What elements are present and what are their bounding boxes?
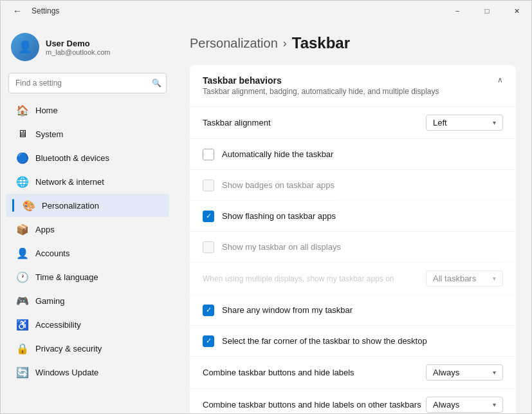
- alignment-dropdown[interactable]: Left ▾: [426, 115, 503, 131]
- share-window-checkbox[interactable]: ✓: [203, 305, 214, 316]
- settings-window: ← Settings − □ ✕ 👤 User Demo m_lab@outlo…: [0, 0, 532, 414]
- alignment-dropdown-value: Left: [433, 118, 447, 127]
- sidebar-item-gaming[interactable]: 🎮 Gaming: [6, 289, 169, 312]
- window-title: Settings: [32, 6, 59, 15]
- apps-icon: 📦: [16, 223, 29, 236]
- chevron-down-icon: ▾: [493, 401, 496, 408]
- active-indicator: [12, 199, 14, 212]
- sidebar-item-system[interactable]: 🖥 System: [6, 122, 169, 146]
- sidebar-item-label: Accounts: [35, 249, 69, 258]
- section-title: Taskbar behaviors: [203, 75, 439, 86]
- gaming-icon: 🎮: [16, 294, 29, 307]
- breadcrumb-separator: ›: [283, 37, 287, 50]
- breadcrumb: Personalization › Taskbar: [190, 34, 516, 52]
- main-content: 👤 User Demo m_lab@outlook.com 🔍 🏠 Home: [1, 21, 531, 413]
- content-area: Personalization › Taskbar Taskbar behavi…: [174, 21, 531, 413]
- all-displays-checkbox[interactable]: [203, 241, 214, 253]
- personalization-icon: 🎨: [23, 199, 35, 212]
- window-controls: − □ ✕: [443, 1, 531, 21]
- setting-left: Show badges on taskbar apps: [203, 180, 335, 191]
- combine-other-dropdown[interactable]: Always ▾: [426, 397, 503, 413]
- accounts-icon: 👤: [16, 247, 29, 259]
- user-section: 👤 User Demo m_lab@outlook.com: [1, 26, 174, 68]
- search-input[interactable]: [8, 73, 167, 93]
- close-button[interactable]: ✕: [502, 1, 531, 21]
- nav-list: 🏠 Home 🖥 System 🔵 Bluetooth & devices 🌐 …: [1, 99, 174, 384]
- setting-label-all-displays: Show my taskbar on all displays: [222, 242, 341, 252]
- autohide-checkbox[interactable]: [203, 149, 214, 160]
- far-corner-checkbox[interactable]: ✓: [203, 335, 214, 347]
- minimize-button[interactable]: −: [443, 1, 472, 21]
- combine-other-value: Always: [433, 400, 459, 409]
- setting-label-combine-hide: Combine taskbar buttons and hide labels: [203, 368, 354, 377]
- sidebar-item-accounts[interactable]: 👤 Accounts: [6, 241, 169, 265]
- sidebar-item-home[interactable]: 🏠 Home: [6, 99, 169, 122]
- setting-left: ✓ Show flashing on taskbar apps: [203, 211, 336, 222]
- setting-left: ✓ Select the far corner of the taskbar t…: [203, 335, 427, 347]
- multiple-displays-value: All taskbars: [433, 274, 476, 283]
- home-icon: 🏠: [16, 104, 29, 117]
- setting-row-combine-hide: Combine taskbar buttons and hide labels …: [190, 357, 516, 389]
- chevron-down-icon: ▾: [493, 369, 496, 376]
- setting-row-multiple-displays: When using multiple displays, show my ta…: [190, 263, 516, 295]
- user-name: User Demo: [46, 39, 110, 48]
- collapse-button[interactable]: ∧: [497, 75, 503, 84]
- privacy-icon: 🔒: [16, 342, 29, 355]
- sidebar-item-label: Home: [35, 106, 58, 115]
- chevron-down-icon: ▾: [493, 119, 496, 126]
- setting-label-flashing: Show flashing on taskbar apps: [222, 211, 336, 221]
- sidebar-item-label: Network & internet: [35, 177, 104, 187]
- setting-row-badges: Show badges on taskbar apps: [190, 170, 516, 201]
- setting-row-share-window: ✓ Share any window from my taskbar: [190, 295, 516, 326]
- user-email: m_lab@outlook.com: [46, 48, 110, 56]
- sidebar-item-label: Windows Update: [35, 368, 98, 377]
- combine-hide-dropdown[interactable]: Always ▾: [426, 364, 503, 381]
- setting-row-flashing: ✓ Show flashing on taskbar apps: [190, 201, 516, 232]
- sidebar-item-bluetooth[interactable]: 🔵 Bluetooth & devices: [6, 146, 169, 169]
- sidebar-item-label: Accessibility: [35, 320, 81, 330]
- user-info: User Demo m_lab@outlook.com: [46, 39, 110, 56]
- multiple-displays-dropdown[interactable]: All taskbars ▾: [426, 270, 503, 287]
- title-bar-left: ← Settings: [8, 2, 59, 20]
- setting-left: ✓ Share any window from my taskbar: [203, 305, 353, 316]
- setting-left: Automatically hide the taskbar: [203, 149, 333, 160]
- sidebar-item-network[interactable]: 🌐 Network & internet: [6, 170, 169, 193]
- sidebar-item-label: Gaming: [35, 296, 65, 306]
- sidebar-item-label: Privacy & security: [35, 344, 102, 353]
- setting-label-far-corner: Select the far corner of the taskbar to …: [222, 336, 427, 346]
- back-button[interactable]: ←: [8, 2, 26, 20]
- sidebar-item-label: Apps: [35, 225, 55, 234]
- time-icon: 🕐: [16, 270, 29, 283]
- settings-card: Taskbar behaviors Taskbar alignment, bad…: [190, 65, 516, 413]
- bluetooth-icon: 🔵: [16, 151, 29, 164]
- badges-checkbox[interactable]: [203, 180, 214, 191]
- update-icon: 🔄: [16, 366, 29, 379]
- maximize-button[interactable]: □: [472, 1, 502, 21]
- breadcrumb-parent[interactable]: Personalization: [190, 36, 278, 51]
- setting-row-far-corner: ✓ Select the far corner of the taskbar t…: [190, 326, 516, 357]
- sidebar-item-update[interactable]: 🔄 Windows Update: [6, 361, 169, 384]
- avatar: 👤: [11, 33, 39, 61]
- sidebar-item-apps[interactable]: 📦 Apps: [6, 218, 169, 241]
- setting-row-autohide: Automatically hide the taskbar: [190, 139, 516, 170]
- setting-label-badges: Show badges on taskbar apps: [222, 180, 335, 190]
- chevron-down-icon: ▾: [493, 275, 496, 282]
- section-header-text: Taskbar behaviors Taskbar alignment, bad…: [203, 75, 439, 96]
- setting-row-combine-other: Combine taskbar buttons and hide labels …: [190, 389, 516, 413]
- section-header: Taskbar behaviors Taskbar alignment, bad…: [190, 65, 516, 107]
- sidebar-item-label: Time & language: [35, 272, 98, 282]
- sidebar-item-time[interactable]: 🕐 Time & language: [6, 265, 169, 288]
- accessibility-icon: ♿: [16, 318, 29, 331]
- section-subtitle: Taskbar alignment, badging, automaticall…: [203, 87, 439, 96]
- setting-label-autohide: Automatically hide the taskbar: [222, 149, 333, 159]
- sidebar: 👤 User Demo m_lab@outlook.com 🔍 🏠 Home: [1, 21, 174, 413]
- sidebar-item-personalization[interactable]: 🎨 Personalization: [6, 194, 169, 217]
- network-icon: 🌐: [16, 175, 29, 188]
- setting-label-combine-other: Combine taskbar buttons and hide labels …: [203, 400, 421, 409]
- search-box: 🔍: [8, 73, 167, 93]
- flashing-checkbox[interactable]: ✓: [203, 211, 214, 222]
- sidebar-item-privacy[interactable]: 🔒 Privacy & security: [6, 337, 169, 360]
- sidebar-item-accessibility[interactable]: ♿ Accessibility: [6, 313, 169, 336]
- setting-row-alignment: Taskbar alignment Left ▾: [190, 107, 516, 139]
- breadcrumb-current: Taskbar: [292, 34, 350, 52]
